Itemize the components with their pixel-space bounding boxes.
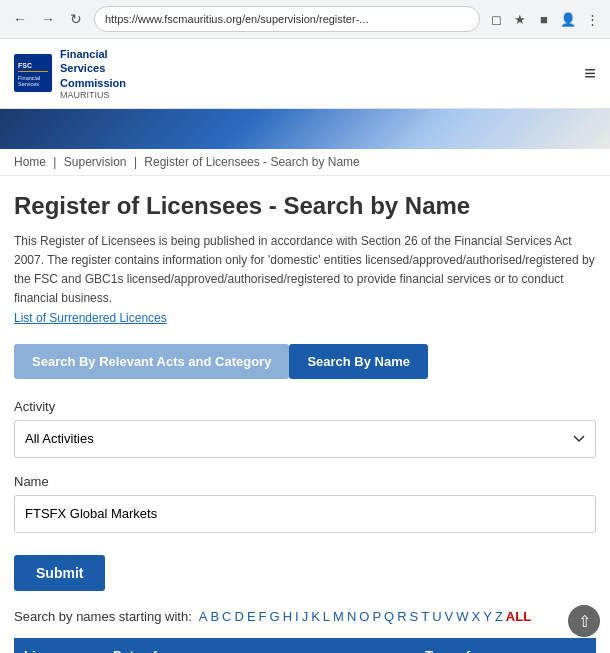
alpha-search-label: Search by names starting with: <box>14 609 192 624</box>
alpha-X[interactable]: X <box>472 609 481 624</box>
alpha-L[interactable]: L <box>323 609 330 624</box>
extensions-icon[interactable]: ◻ <box>486 9 506 29</box>
alpha-E[interactable]: E <box>247 609 256 624</box>
alpha-K[interactable]: K <box>311 609 320 624</box>
table-header-row: Licensee Name Date of Licence/Approval/A… <box>14 638 596 653</box>
breadcrumb-supervision[interactable]: Supervision <box>64 155 127 169</box>
browser-chrome: ← → ↻ ◻ ★ ■ 👤 ⋮ <box>0 0 610 39</box>
tab-relevant-acts[interactable]: Search By Relevant Acts and Category <box>14 344 289 379</box>
alpha-O[interactable]: O <box>359 609 369 624</box>
col-date: Date of Licence/Approval/Authorisation/R… <box>103 638 415 653</box>
forward-button[interactable]: → <box>36 7 60 31</box>
alpha-T[interactable]: T <box>421 609 429 624</box>
hamburger-icon[interactable]: ≡ <box>584 62 596 85</box>
breadcrumb-sep1: | <box>53 155 56 169</box>
svg-text:FSC: FSC <box>18 62 32 69</box>
alpha-G[interactable]: G <box>270 609 280 624</box>
alpha-V[interactable]: V <box>445 609 454 624</box>
breadcrumb-current: Register of Licensees - Search by Name <box>144 155 359 169</box>
activity-section: Activity All Activities All Activities <box>14 399 596 458</box>
description-text: This Register of Licensees is being publ… <box>14 234 595 306</box>
col-type: Type of License <box>415 638 500 653</box>
alpha-I[interactable]: I <box>295 609 299 624</box>
url-bar[interactable] <box>94 6 480 32</box>
alpha-search-bar: Search by names starting with: A B C D E… <box>14 609 596 624</box>
alpha-Y[interactable]: Y <box>483 609 492 624</box>
page-content: Register of Licensees - Search by Name T… <box>0 176 610 653</box>
star-icon[interactable]: ★ <box>510 9 530 29</box>
alpha-U[interactable]: U <box>432 609 441 624</box>
alpha-H[interactable]: H <box>283 609 292 624</box>
breadcrumb-home[interactable]: Home <box>14 155 46 169</box>
tab-search-by-name[interactable]: Search By Name <box>289 344 428 379</box>
fsc-logo-icon: FSC Financial Services <box>14 54 52 92</box>
tab-bar: Search By Relevant Acts and Category Sea… <box>14 344 596 379</box>
alpha-M[interactable]: M <box>333 609 344 624</box>
surrendered-licences-link[interactable]: List of Surrendered Licences <box>14 311 167 325</box>
alpha-W[interactable]: W <box>456 609 468 624</box>
name-section: Name <box>14 474 596 533</box>
activity-label: Activity <box>14 399 596 414</box>
refresh-button[interactable]: ↻ <box>64 7 88 31</box>
site-header: FSC Financial Services FinancialServices… <box>0 39 610 109</box>
alpha-D[interactable]: D <box>234 609 243 624</box>
svg-rect-2 <box>18 71 48 72</box>
alpha-P[interactable]: P <box>372 609 381 624</box>
page-title: Register of Licensees - Search by Name <box>14 192 596 220</box>
alpha-A[interactable]: A <box>199 609 208 624</box>
results-table: Licensee Name Date of Licence/Approval/A… <box>14 638 596 653</box>
hero-banner <box>0 109 610 149</box>
back-button[interactable]: ← <box>8 7 32 31</box>
logo-area: FSC Financial Services FinancialServices… <box>14 47 126 100</box>
name-input[interactable] <box>14 495 596 533</box>
puzzle-icon[interactable]: ■ <box>534 9 554 29</box>
activity-select[interactable]: All Activities All Activities <box>14 420 596 458</box>
page-description: This Register of Licensees is being publ… <box>14 232 596 328</box>
col-annotations: Annotations <box>500 638 596 653</box>
col-licensee-name: Licensee Name <box>14 638 103 653</box>
alpha-B[interactable]: B <box>210 609 219 624</box>
name-label: Name <box>14 474 596 489</box>
scroll-top-button[interactable]: ⇧ <box>568 605 600 637</box>
profile-icon[interactable]: 👤 <box>558 9 578 29</box>
alpha-N[interactable]: N <box>347 609 356 624</box>
breadcrumb: Home | Supervision | Register of License… <box>0 149 610 176</box>
alpha-Q[interactable]: Q <box>384 609 394 624</box>
logo-text-block: FinancialServicesCommission MAURITIUS <box>60 47 126 100</box>
alpha-F[interactable]: F <box>259 609 267 624</box>
logo-line4: MAURITIUS <box>60 90 126 100</box>
alpha-ALL[interactable]: ALL <box>506 609 531 624</box>
submit-button[interactable]: Submit <box>14 555 105 591</box>
breadcrumb-sep2: | <box>134 155 137 169</box>
alpha-R[interactable]: R <box>397 609 406 624</box>
alpha-Z[interactable]: Z <box>495 609 503 624</box>
alpha-C[interactable]: C <box>222 609 231 624</box>
svg-text:Services: Services <box>18 81 39 87</box>
menu-icon[interactable]: ⋮ <box>582 9 602 29</box>
browser-icons: ◻ ★ ■ 👤 ⋮ <box>486 9 602 29</box>
alpha-J[interactable]: J <box>302 609 309 624</box>
logo-line1: FinancialServicesCommission <box>60 47 126 90</box>
nav-buttons: ← → ↻ <box>8 7 88 31</box>
alpha-S[interactable]: S <box>410 609 419 624</box>
